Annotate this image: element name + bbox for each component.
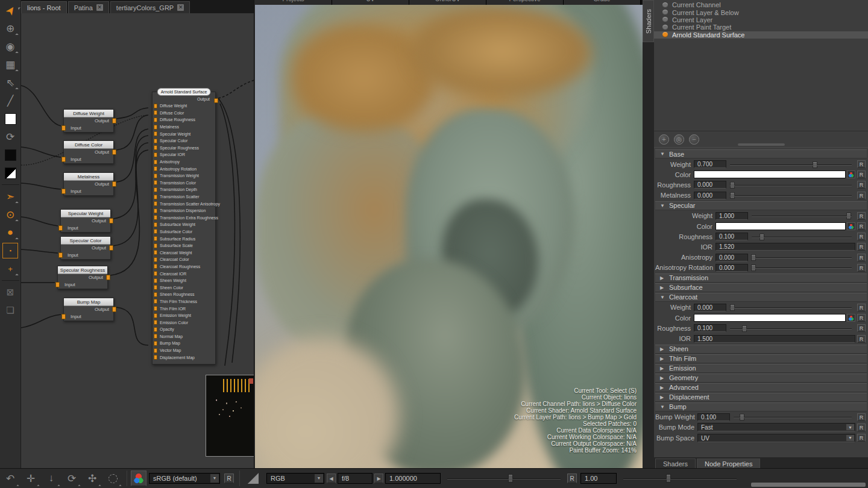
section-header-subsurface[interactable]: ▶Subsurface: [655, 283, 867, 292]
input-port[interactable]: [154, 264, 157, 269]
node-graph-canvas[interactable]: Diffuse WeightOutputInputDiffuse ColorOu…: [21, 13, 254, 468]
exposure-field[interactable]: 1.000000: [385, 473, 441, 484]
current-tool-pointer-icon[interactable]: ➤: [0, 0, 21, 21]
grid-icon[interactable]: ▦: [2, 57, 18, 72]
remove-shader-icon[interactable]: −: [689, 134, 699, 145]
output-port[interactable]: [112, 149, 116, 155]
paint-blob-icon[interactable]: ●: [2, 225, 18, 240]
input-port[interactable]: [61, 157, 66, 162]
arnold-input-clearcoat-ior[interactable]: Clearcoat IOR: [153, 270, 215, 277]
arnold-input-transmission-weight[interactable]: Transmission Weight: [153, 172, 215, 180]
gain-slider-handle[interactable]: [666, 474, 671, 483]
input-port[interactable]: [154, 243, 157, 248]
input-port[interactable]: [154, 341, 157, 346]
slider-handle[interactable]: [742, 325, 747, 332]
arnold-input-transmission-dispersion[interactable]: Transmission Dispersion: [153, 207, 215, 214]
graph-tab-2[interactable]: tertiaryColors_GRP✕: [110, 1, 190, 13]
reset-button[interactable]: R: [857, 170, 866, 178]
slider-track[interactable]: [730, 304, 852, 311]
slider-handle[interactable]: [730, 192, 735, 199]
arnold-input-specular-weight[interactable]: Specular Weight: [153, 130, 215, 137]
color-picker-icon[interactable]: [847, 222, 855, 230]
viewport-tab-grade[interactable]: Grade: [564, 0, 641, 5]
select-patch-icon[interactable]: ▪: [2, 243, 18, 258]
input-port[interactable]: [61, 314, 66, 319]
slider-handle[interactable]: [751, 264, 756, 271]
section-header-clearcoat[interactable]: ▼Clearcoat: [655, 293, 867, 302]
section-header-thin-film[interactable]: ▶Thin Film: [655, 354, 867, 363]
reset-button[interactable]: R: [857, 424, 866, 431]
graph-tab-1[interactable]: Patina✕: [68, 1, 109, 13]
shader-list-item[interactable]: Arnold Standard Surface: [654, 31, 868, 39]
input-port[interactable]: [61, 125, 66, 131]
output-port[interactable]: [109, 245, 113, 251]
arnold-input-diffuse-weight[interactable]: Diffuse Weight: [153, 102, 215, 110]
value-field[interactable]: 0.000: [694, 181, 726, 189]
arnold-input-emission-color[interactable]: Emission Color: [153, 319, 215, 326]
arnold-input-thin-film-thickness[interactable]: Thin Film Thickness: [153, 298, 215, 305]
pivot-icon[interactable]: ✣: [85, 471, 99, 486]
zoom-in-icon[interactable]: ⊕: [2, 20, 18, 36]
arnold-input-subsurface-color[interactable]: Subsurface Color: [153, 228, 215, 236]
slider-handle[interactable]: [846, 213, 851, 219]
color-picker-icon[interactable]: [847, 170, 855, 178]
slider-track[interactable]: [730, 192, 852, 199]
slider-track[interactable]: [752, 233, 852, 240]
node-graph-minimap[interactable]: [206, 375, 254, 457]
section-header-sheen[interactable]: ▶Sheen: [655, 345, 867, 354]
background-color-swatch[interactable]: [2, 147, 18, 163]
section-header-transmission[interactable]: ▶Transmission: [655, 274, 867, 283]
horizontal-scrollbar[interactable]: [751, 483, 866, 487]
arnold-input-clearcoat-roughness[interactable]: Clearcoat Roughness: [153, 263, 215, 271]
gain-reset-button[interactable]: R: [567, 474, 577, 483]
swap-colors-icon[interactable]: ⟳: [2, 129, 18, 145]
input-port[interactable]: [154, 348, 157, 353]
slider-track[interactable]: [752, 264, 852, 271]
arnold-input-anisotropy[interactable]: Anisotropy: [153, 158, 215, 166]
graph-tab-0[interactable]: lions - Root: [21, 1, 67, 13]
drop-icon[interactable]: ↓: [44, 471, 58, 486]
gain-field[interactable]: 1.00: [580, 473, 617, 484]
arnold-input-transmission-scatter[interactable]: Transmission Scatter: [153, 193, 215, 201]
input-port[interactable]: [154, 117, 157, 122]
input-port[interactable]: [154, 187, 157, 192]
input-port[interactable]: [154, 320, 157, 325]
input-port[interactable]: [154, 201, 157, 206]
section-header-displacement[interactable]: ▶Displacement: [655, 393, 867, 402]
graph-node[interactable]: Specular WeightOutputInput: [60, 209, 111, 233]
slider-handle[interactable]: [730, 182, 735, 189]
input-port[interactable]: [154, 152, 157, 157]
input-port[interactable]: [154, 229, 157, 234]
arnold-input-transmission-scatter-anisotropy[interactable]: Transmission Scatter Anisotropy: [153, 200, 215, 207]
input-port[interactable]: [154, 334, 157, 339]
slice-icon[interactable]: ╱: [2, 93, 18, 108]
input-port[interactable]: [154, 299, 157, 304]
graph-node[interactable]: Diffuse WeightOutputInput: [63, 109, 114, 133]
arnold-input-specular-roughness[interactable]: Specular Roughness: [153, 145, 215, 152]
slider-handle[interactable]: [813, 161, 817, 168]
reset-button[interactable]: R: [857, 434, 866, 442]
arnold-input-subsurface-scale[interactable]: Subsurface Scale: [153, 242, 215, 249]
input-port[interactable]: [154, 160, 157, 164]
input-port[interactable]: [154, 222, 157, 227]
viewport-3d[interactable]: ProjectsUVOrtho/UVPerspectiveGrade Curre…: [255, 0, 643, 468]
slider-track[interactable]: [730, 181, 852, 189]
reset-button[interactable]: R: [857, 264, 866, 272]
reset-colors-swatch[interactable]: [2, 165, 18, 181]
value-field[interactable]: 0.000: [715, 254, 748, 261]
prev-stop-button[interactable]: ◀: [327, 474, 336, 483]
colorspace-dropdown[interactable]: sRGB (default) ▼: [149, 473, 220, 484]
viewport-tab-projects[interactable]: Projects: [255, 0, 332, 5]
channel-dropdown[interactable]: RGB ▼: [266, 473, 324, 484]
value-field[interactable]: 0.000: [694, 192, 726, 199]
frame-icon[interactable]: ❏: [2, 302, 18, 318]
input-port[interactable]: [154, 355, 157, 360]
input-port[interactable]: [154, 174, 157, 178]
arnold-input-displacement-map[interactable]: Displacement Map: [153, 354, 215, 361]
mirror-icon[interactable]: ⊠: [2, 284, 18, 300]
arnold-input-subsurface-radius[interactable]: Subsurface Radius: [153, 235, 215, 242]
move-icon[interactable]: ✛: [24, 471, 38, 486]
shaders-vertical-tab[interactable]: Shaders: [643, 0, 654, 42]
slider-track[interactable]: [730, 161, 852, 168]
foreground-color-swatch[interactable]: [2, 111, 18, 127]
